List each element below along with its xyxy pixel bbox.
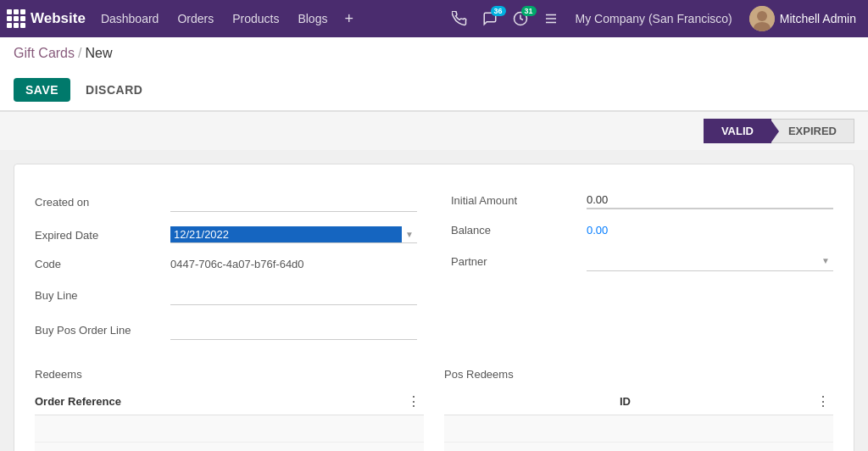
breadcrumb-separator: / xyxy=(78,46,81,61)
avatar xyxy=(749,6,775,31)
main-content: Created on Expired Date ▼ Code 0447-706c… xyxy=(0,150,868,451)
balance-row: Balance 0.00 xyxy=(451,217,833,244)
breadcrumb-parent[interactable]: Gift Cards xyxy=(14,46,75,61)
buy-line-value[interactable] xyxy=(170,285,417,305)
top-navigation: Website Dashboard Orders Products Blogs … xyxy=(0,0,868,37)
code-label: Code xyxy=(35,258,170,270)
expired-date-label: Expired Date xyxy=(35,229,170,242)
created-on-label: Created on xyxy=(35,196,170,209)
redeems-section: Redeems Order Reference ⋮ xyxy=(35,361,424,451)
pos-redeems-section: Pos Redeems ID ⋮ xyxy=(444,361,833,451)
buy-line-row: Buy Line xyxy=(35,278,417,313)
balance-label: Balance xyxy=(451,224,587,237)
form-fields: Created on Expired Date ▼ Code 0447-706c… xyxy=(35,185,833,348)
initial-amount-label: Initial Amount xyxy=(451,194,587,207)
svg-point-5 xyxy=(757,11,767,21)
redeems-label: Redeems xyxy=(35,368,170,381)
form-card: Created on Expired Date ▼ Code 0447-706c… xyxy=(14,164,854,451)
pos-redeems-table: ID ⋮ xyxy=(444,388,833,451)
tables-section: Redeems Order Reference ⋮ Pos Redeems xyxy=(35,361,833,451)
chat-icon[interactable]: 36 xyxy=(477,8,503,30)
user-menu[interactable]: Mitchell Admin xyxy=(744,3,861,35)
nav-dashboard[interactable]: Dashboard xyxy=(92,7,168,31)
buy-pos-label: Buy Pos Order Line xyxy=(35,324,170,337)
left-column: Created on Expired Date ▼ Code 0447-706c… xyxy=(35,185,417,348)
nav-products[interactable]: Products xyxy=(224,7,287,31)
expired-date-row: Expired Date ▼ xyxy=(35,220,417,251)
expired-date-dropdown-icon[interactable]: ▼ xyxy=(402,230,417,239)
partner-label: Partner xyxy=(451,255,587,268)
status-tab-expired[interactable]: EXPIRED xyxy=(771,119,854,143)
pos-redeems-empty-row-1 xyxy=(444,415,833,443)
breadcrumb-bar: Gift Cards / New xyxy=(0,37,868,71)
buy-line-label: Buy Line xyxy=(35,289,170,302)
pos-redeems-label-row: Pos Redeems xyxy=(444,361,833,388)
code-row: Code 0447-706c-4a07-b76f-64d0 xyxy=(35,251,417,278)
redeems-menu-button[interactable]: ⋮ xyxy=(403,393,424,409)
partner-field[interactable]: ▼ xyxy=(587,251,833,271)
username-label: Mitchell Admin xyxy=(780,12,856,25)
nav-blogs[interactable]: Blogs xyxy=(289,7,336,31)
redeems-empty-row-1 xyxy=(35,415,424,443)
partner-dropdown-icon[interactable]: ▼ xyxy=(818,256,833,265)
settings-icon[interactable] xyxy=(538,8,564,30)
nav-right-section: 36 31 My Company (San Francisco) xyxy=(447,3,861,35)
code-value: 0447-706c-4a07-b76f-64d0 xyxy=(170,258,417,270)
clock-icon[interactable]: 31 xyxy=(508,8,533,30)
pos-redeems-label: Pos Redeems xyxy=(444,368,580,381)
redeems-col-order-ref: Order Reference xyxy=(35,395,121,408)
status-tab-valid[interactable]: VALID xyxy=(704,119,771,143)
pos-redeems-empty-row-2 xyxy=(444,443,833,451)
status-tabs: VALID EXPIRED xyxy=(704,119,854,143)
initial-amount-row: Initial Amount xyxy=(451,185,833,217)
created-on-value[interactable] xyxy=(170,192,417,212)
app-name: Website xyxy=(31,10,86,27)
main-menu: Dashboard Orders Products Blogs + xyxy=(92,6,447,31)
redeems-label-row: Redeems xyxy=(35,361,424,388)
buy-pos-row: Buy Pos Order Line xyxy=(35,313,417,348)
redeems-table-header: Order Reference ⋮ xyxy=(35,388,424,415)
pos-redeems-table-header: ID ⋮ xyxy=(444,388,833,415)
chat-badge: 36 xyxy=(491,6,506,16)
save-button[interactable]: SAVE xyxy=(14,78,70,102)
redeems-empty-row-2 xyxy=(35,443,424,451)
nav-orders[interactable]: Orders xyxy=(169,7,222,31)
clock-badge: 31 xyxy=(521,6,537,16)
created-on-row: Created on xyxy=(35,185,417,220)
balance-value: 0.00 xyxy=(587,224,833,237)
redeems-table: Order Reference ⋮ xyxy=(35,388,424,451)
right-column: Initial Amount Balance 0.00 Partner ▼ xyxy=(451,185,833,348)
pos-redeems-col-id: ID xyxy=(620,395,631,408)
phone-icon[interactable] xyxy=(447,8,472,30)
discard-button[interactable]: DISCARD xyxy=(77,78,151,102)
app-logo[interactable]: Website xyxy=(7,9,86,28)
nav-add-button[interactable]: + xyxy=(337,6,360,31)
breadcrumb-current: New xyxy=(85,46,112,61)
partner-row: Partner ▼ xyxy=(451,244,833,279)
status-bar: VALID EXPIRED xyxy=(0,112,868,150)
company-name[interactable]: My Company (San Francisco) xyxy=(569,8,739,29)
buy-pos-value[interactable] xyxy=(170,320,417,340)
pos-redeems-menu-button[interactable]: ⋮ xyxy=(813,393,833,409)
action-bar: SAVE DISCARD xyxy=(0,71,868,111)
grid-icon xyxy=(7,9,25,28)
expired-date-input[interactable] xyxy=(170,226,402,242)
breadcrumb: Gift Cards / New xyxy=(14,46,854,61)
expired-date-field[interactable]: ▼ xyxy=(170,226,417,243)
initial-amount-input[interactable] xyxy=(587,192,833,209)
